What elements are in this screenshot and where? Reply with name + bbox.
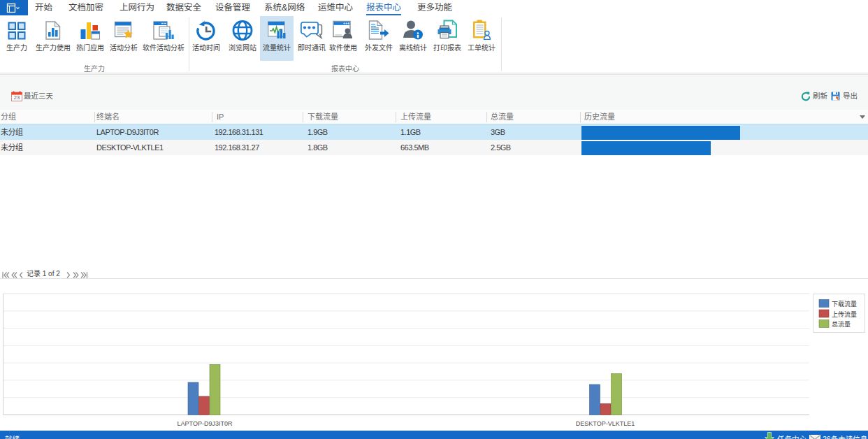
svg-text:LAPTOP-D9J3IT0R: LAPTOP-D9J3IT0R [178,420,233,427]
svg-text:下载流量: 下载流量 [832,300,857,308]
svg-text:总流量: 总流量 [832,320,851,328]
svg-text:DESKTOP-VLKTLE1: DESKTOP-VLKTLE1 [576,420,635,427]
svg-text:23: 23 [14,94,20,101]
svg-text:上传流量: 上传流量 [832,310,857,318]
